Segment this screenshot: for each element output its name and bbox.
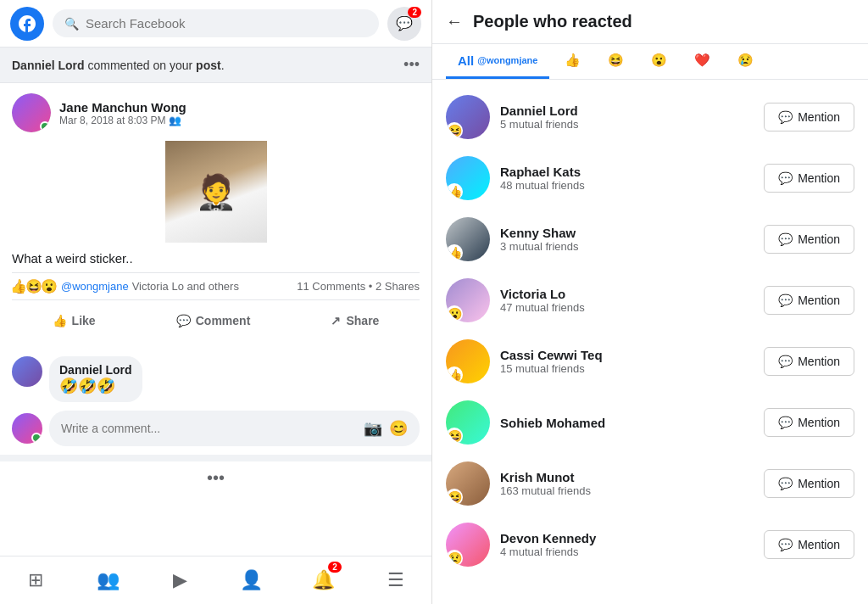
tab-love[interactable]: ❤️ xyxy=(682,44,722,79)
tab-all-label: All xyxy=(458,53,474,68)
mention-button[interactable]: 💬 Mention xyxy=(764,469,854,498)
person-avatar: 😆 xyxy=(446,95,490,139)
left-panel: 🔍 💬 2 Danniel Lord commented on your pos… xyxy=(0,0,432,604)
share-icon: ↗ xyxy=(331,314,341,327)
home-nav-item[interactable]: ⊞ xyxy=(14,565,57,596)
post-author: Jane Manchun Wong xyxy=(59,100,420,115)
comment-input[interactable] xyxy=(61,422,364,435)
mention-btn-icon: 💬 xyxy=(778,477,793,490)
profile-nav-item[interactable]: 👤 xyxy=(231,565,273,596)
reaction-tabs: All @wongmjane 👍 😆 😮 ❤️ 😢 xyxy=(432,44,868,80)
person-info: Sohieb Mohamed xyxy=(500,416,754,430)
mention-btn-icon: 💬 xyxy=(778,538,793,551)
person-info: Cassi Cewwi Teq 15 mutual friends xyxy=(500,348,754,375)
search-input[interactable] xyxy=(86,16,367,31)
reactions-row: 👍 😆 😮 @wongmjane Victoria Lo and others … xyxy=(12,272,420,300)
person-reaction-badge: 👍 xyxy=(446,183,463,200)
reaction-icons: 👍 😆 😮 @wongmjane Victoria Lo and others xyxy=(12,278,239,294)
reactions-others: Victoria Lo and others xyxy=(132,280,239,293)
person-info: Devon Kennedy 4 mutual friends xyxy=(500,531,754,558)
top-nav: 🔍 💬 2 xyxy=(0,0,431,48)
mention-button[interactable]: 💬 Mention xyxy=(764,347,854,376)
person-item: 😆 Danniel Lord 5 mutual friends 💬 Mentio… xyxy=(432,87,868,148)
person-info: Raphael Kats 48 mutual friends xyxy=(500,165,754,192)
commenter-avatar xyxy=(12,356,42,387)
mention-button[interactable]: 💬 Mention xyxy=(764,408,854,437)
post-stats: 11 Comments • 2 Shares xyxy=(297,280,420,293)
wow-tab-icon: 😮 xyxy=(651,53,667,68)
mention-btn-label: Mention xyxy=(798,294,840,307)
menu-icon: ☰ xyxy=(387,569,404,591)
comment-icon: 💬 xyxy=(176,314,191,327)
person-avatar: 😆 xyxy=(446,400,490,445)
share-button[interactable]: ↗ Share xyxy=(317,307,392,334)
post-link[interactable]: post xyxy=(196,59,221,72)
facebook-logo-icon xyxy=(17,14,37,34)
more-posts-dots[interactable]: ••• xyxy=(0,461,431,495)
right-header: ← People who reacted xyxy=(432,0,868,44)
mention-button[interactable]: 💬 Mention xyxy=(764,164,854,193)
person-avatar: 😆 xyxy=(446,461,490,506)
person-name: Raphael Kats xyxy=(500,165,754,179)
groups-nav-item[interactable]: 👥 xyxy=(86,565,129,596)
person-reaction-badge: 😢 xyxy=(446,550,463,567)
emoji-icon[interactable]: 😊 xyxy=(389,419,408,438)
camera-icon[interactable]: 📷 xyxy=(364,419,382,438)
search-bar[interactable]: 🔍 xyxy=(53,9,379,37)
mention-button[interactable]: 💬 Mention xyxy=(764,530,854,559)
watch-nav-item[interactable]: ▶ xyxy=(159,565,201,596)
like-button[interactable]: 👍 Like xyxy=(39,307,109,334)
person-name: Kenny Shaw xyxy=(500,226,754,240)
comments-section: Danniel Lord 🤣🤣🤣 📷 😊 xyxy=(0,348,431,455)
facebook-logo xyxy=(10,7,44,41)
mention-button[interactable]: 💬 Mention xyxy=(764,225,854,254)
more-options-icon[interactable]: ••• xyxy=(403,56,420,74)
post-time: Mar 8, 2018 at 8:03 PM 👥 xyxy=(59,115,420,126)
mention-btn-label: Mention xyxy=(798,355,840,368)
mention-button[interactable]: 💬 Mention xyxy=(764,103,854,131)
right-panel: ← People who reacted All @wongmjane 👍 😆 … xyxy=(432,0,868,604)
person-mutual: 15 mutual friends xyxy=(500,362,754,375)
person-item: 👍 Raphael Kats 48 mutual friends 💬 Menti… xyxy=(432,148,868,209)
tab-all[interactable]: All @wongmjane xyxy=(446,45,549,79)
user-online-dot xyxy=(31,433,42,443)
profile-icon: 👤 xyxy=(240,569,263,591)
bottom-nav: ⊞ 👥 ▶ 👤 🔔 2 ☰ xyxy=(0,556,431,604)
mention-btn-icon: 💬 xyxy=(778,416,793,429)
post-meta: Jane Manchun Wong Mar 8, 2018 at 8:03 PM… xyxy=(59,100,420,126)
current-user-avatar xyxy=(12,413,42,444)
menu-nav-item[interactable]: ☰ xyxy=(375,565,417,596)
messenger-icon: 💬 xyxy=(396,15,413,31)
tab-sad[interactable]: 😢 xyxy=(726,44,765,79)
tab-like[interactable]: 👍 xyxy=(553,44,593,79)
bell-icon: 🔔 xyxy=(312,569,335,591)
tab-wow[interactable]: 😮 xyxy=(639,44,679,79)
person-reaction-badge: 👍 xyxy=(446,366,463,383)
person-name: Danniel Lord xyxy=(500,103,754,118)
tab-all-mention: @wongmjane xyxy=(477,55,537,65)
comment-button[interactable]: 💬 Comment xyxy=(163,307,264,334)
divider xyxy=(0,455,431,461)
online-indicator xyxy=(40,121,50,131)
post-body: What a weird sticker.. xyxy=(12,251,420,266)
notification-text: Danniel Lord commented on your post. xyxy=(12,59,225,72)
mention-btn-icon: 💬 xyxy=(778,232,793,246)
person-item: 😮 Victoria Lo 47 mutual friends 💬 Mentio… xyxy=(432,270,868,331)
person-reaction-badge: 👍 xyxy=(446,244,463,261)
like-icon: 👍 xyxy=(53,314,67,327)
tab-laugh[interactable]: 😆 xyxy=(596,44,636,79)
comment-input-box[interactable]: 📷 😊 xyxy=(49,411,420,446)
post-header: Jane Manchun Wong Mar 8, 2018 at 8:03 PM… xyxy=(12,93,420,132)
back-button[interactable]: ← xyxy=(446,12,463,31)
mention-btn-icon: 💬 xyxy=(778,355,793,368)
home-icon: ⊞ xyxy=(28,569,43,591)
search-icon: 🔍 xyxy=(64,17,79,31)
messenger-button[interactable]: 💬 2 xyxy=(387,7,421,41)
comment-item: Danniel Lord 🤣🤣🤣 xyxy=(12,356,420,402)
person-item: 😢 Devon Kennedy 4 mutual friends 💬 Menti… xyxy=(432,514,868,575)
mention-btn-label: Mention xyxy=(798,416,840,429)
mention-button[interactable]: 💬 Mention xyxy=(764,286,854,315)
notifications-nav-item[interactable]: 🔔 2 xyxy=(303,565,345,596)
person-reaction-badge: 😆 xyxy=(446,489,463,506)
commenter-name: Danniel Lord xyxy=(12,59,85,72)
